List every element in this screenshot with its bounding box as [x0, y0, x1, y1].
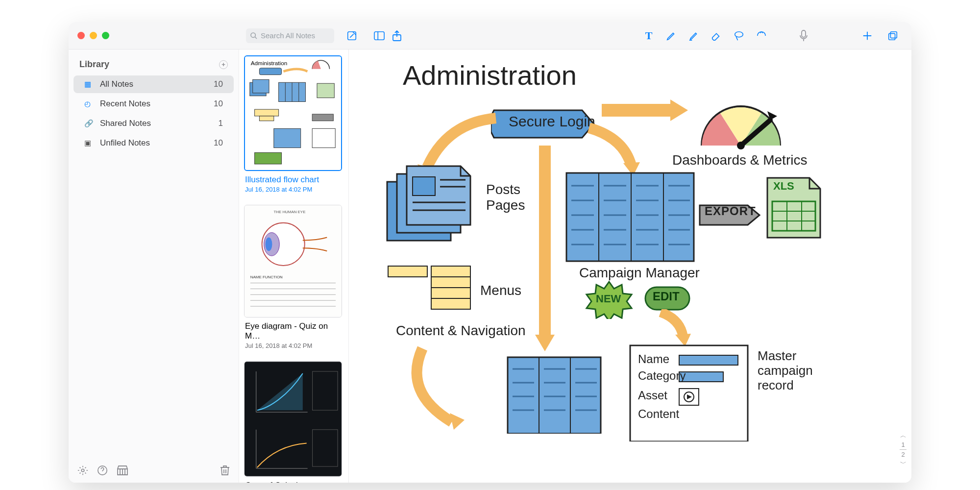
svg-line-1 — [255, 37, 257, 39]
store-button[interactable] — [117, 465, 128, 476]
note-list[interactable]: Administration Illustrated flow chart Ju… — [239, 49, 349, 483]
svg-rect-10 — [889, 33, 895, 40]
search-input[interactable]: Search All Notes — [246, 28, 334, 43]
note-title: Illustrated flow chart — [245, 175, 343, 185]
sidebar-item-unfiled-notes[interactable]: ▣ Unfiled Notes 10 — [74, 134, 234, 152]
svg-point-6 — [735, 31, 743, 37]
sidebar-item-shared-notes[interactable]: 🔗 Shared Notes 1 — [74, 115, 234, 132]
form-category-label: Category — [638, 369, 686, 383]
svg-rect-24 — [255, 109, 279, 116]
svg-rect-23 — [317, 83, 334, 98]
text-tool-button[interactable]: T — [642, 29, 656, 43]
search-icon — [250, 32, 258, 40]
master-label-1: Master — [758, 348, 796, 364]
recent-icon: ◴ — [84, 99, 95, 108]
svg-rect-7 — [802, 30, 806, 37]
form-content-label: Content — [638, 407, 679, 421]
form-name-label: Name — [638, 352, 669, 366]
svg-rect-86 — [431, 266, 470, 277]
sidebar-item-all-notes[interactable]: ▦ All Notes 10 — [74, 75, 234, 93]
arrow-icon — [584, 123, 643, 177]
svg-point-34 — [266, 237, 272, 251]
share-button[interactable] — [390, 29, 404, 43]
sidebar-item-count: 10 — [214, 99, 223, 109]
svg-text:THE HUMAN EYE: THE HUMAN EYE — [273, 210, 305, 214]
highlighter-tool-button[interactable] — [687, 29, 701, 43]
sidebar-item-count: 1 — [219, 119, 223, 128]
svg-rect-29 — [255, 152, 282, 164]
master-label-2: campaign — [758, 363, 813, 378]
svg-rect-108 — [679, 372, 723, 382]
svg-rect-25 — [259, 116, 273, 121]
lasso-tool-button[interactable] — [732, 29, 746, 43]
shape-tool-button[interactable] — [755, 29, 768, 43]
note-thumbnail[interactable]: THE HUMAN EYE NAME FUNCTION — [244, 205, 342, 318]
settings-button[interactable] — [77, 465, 88, 476]
note-thumbnail[interactable]: Administration — [244, 55, 342, 171]
page-indicator[interactable]: ︿ 1 2 ﹀ — [900, 431, 906, 468]
app-window: Search All Notes T — [69, 22, 911, 483]
store-icon — [117, 465, 128, 476]
add-library-button[interactable]: + — [219, 60, 228, 69]
sidebar-item-count: 10 — [214, 138, 223, 148]
svg-point-0 — [251, 33, 255, 37]
documents-icon — [383, 162, 481, 245]
menus-icon — [386, 264, 474, 313]
sidebar-item-recent-notes[interactable]: ◴ Recent Notes 10 — [74, 95, 234, 113]
sidebar-header: Library — [79, 59, 109, 70]
new-label: NEW — [596, 293, 621, 305]
svg-rect-18 — [253, 79, 269, 93]
sidebar: Library + ▦ All Notes 10 ◴ Recent Notes … — [69, 49, 239, 483]
minimize-window-button[interactable] — [90, 32, 97, 39]
master-label-3: record — [758, 378, 794, 393]
page-down-icon[interactable]: ﹀ — [900, 459, 906, 468]
sidebar-item-label: Shared Notes — [100, 119, 151, 128]
svg-rect-89 — [431, 298, 470, 309]
trash-button[interactable] — [220, 465, 230, 476]
svg-rect-27 — [312, 114, 333, 121]
view-mode-button[interactable] — [372, 29, 386, 43]
page-current: 1 — [901, 441, 905, 448]
page-up-icon[interactable]: ︿ — [900, 431, 906, 440]
microphone-button[interactable] — [797, 29, 810, 43]
campaign-mgr-label: Campaign Manager — [579, 265, 700, 281]
secure-login-label: Secure Login — [509, 113, 595, 130]
add-button[interactable] — [860, 29, 874, 43]
spreadsheet-icon — [564, 171, 697, 264]
svg-rect-41 — [245, 362, 342, 476]
sidebar-item-label: All Notes — [100, 79, 133, 89]
menus-label: Menus — [480, 283, 521, 298]
unfiled-icon: ▣ — [84, 139, 95, 147]
dashboards-label: Dashboards & Metrics — [672, 152, 807, 168]
spreadsheet-icon — [506, 355, 604, 434]
content-nav-label: Content & Navigation — [396, 323, 526, 339]
new-note-button[interactable] — [345, 29, 359, 43]
maximize-window-button[interactable] — [102, 32, 109, 39]
posts-label: Posts — [486, 182, 520, 197]
sidebar-item-label: Recent Notes — [100, 99, 150, 109]
note-canvas[interactable]: Administration Secure Login Dashboar — [349, 49, 911, 483]
svg-rect-3 — [374, 31, 384, 40]
search-placeholder: Search All Notes — [261, 31, 315, 40]
note-title: Core of Calculus — [245, 481, 343, 483]
pen-tool-button[interactable] — [664, 29, 678, 43]
more-options-button[interactable]: ⋮ — [907, 29, 911, 43]
arrow-icon — [651, 309, 695, 348]
svg-rect-85 — [388, 266, 427, 277]
svg-text:Administration: Administration — [251, 60, 287, 66]
sidebar-item-count: 10 — [214, 79, 223, 89]
window-controls — [77, 32, 109, 39]
eraser-tool-button[interactable] — [710, 29, 723, 43]
svg-rect-88 — [431, 288, 470, 298]
duplicate-button[interactable] — [886, 29, 900, 43]
svg-rect-26 — [274, 128, 301, 147]
note-thumbnail[interactable] — [244, 361, 342, 477]
arrow-icon — [530, 146, 560, 356]
help-button[interactable] — [97, 465, 108, 476]
svg-point-48 — [737, 142, 745, 149]
sidebar-item-label: Unfiled Notes — [100, 138, 150, 148]
note-date: Jul 16, 2018 at 4:02 PM — [245, 186, 343, 193]
close-window-button[interactable] — [77, 32, 85, 39]
shared-icon: 🔗 — [84, 119, 95, 128]
svg-rect-87 — [431, 277, 470, 288]
